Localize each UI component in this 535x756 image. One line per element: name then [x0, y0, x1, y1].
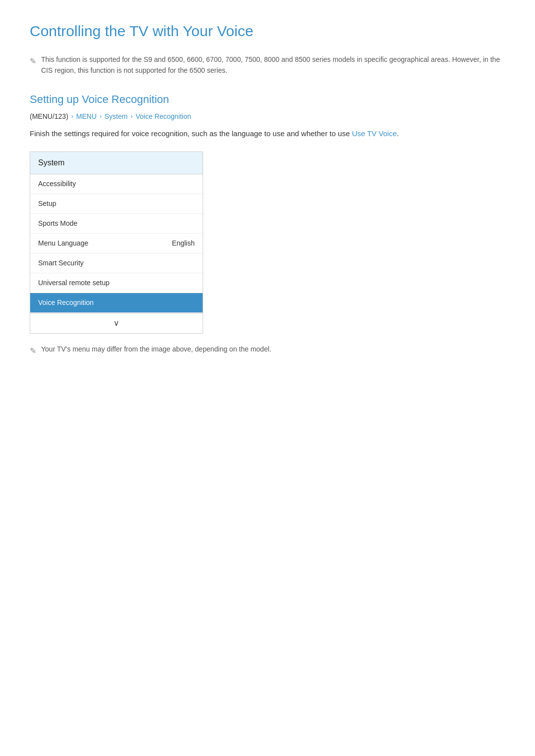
menu-item-accessibility[interactable]: Accessibility	[30, 174, 203, 194]
intro-text: Finish the settings required for voice r…	[30, 128, 505, 140]
menu-item-voice-recognition[interactable]: Voice Recognition	[30, 293, 203, 313]
menu-item-label-accessibility: Accessibility	[38, 179, 76, 189]
intro-text-plain: Finish the settings required for voice r…	[30, 129, 352, 138]
breadcrumb-chevron-1: ›	[71, 112, 73, 121]
menu-scroll-down[interactable]: ∨	[30, 313, 203, 333]
note-block-1: ✎ This function is supported for the S9 …	[30, 54, 505, 76]
menu-item-menu-language[interactable]: Menu Language English	[30, 234, 203, 253]
menu-header: System	[30, 152, 203, 174]
pencil-icon-2: ✎	[30, 345, 36, 357]
menu-item-sports-mode[interactable]: Sports Mode	[30, 214, 203, 234]
menu-item-label-setup: Setup	[38, 199, 56, 209]
pencil-icon-1: ✎	[30, 55, 36, 68]
note-text-2: Your TV's menu may differ from the image…	[41, 344, 271, 354]
breadcrumb-part4: Voice Recognition	[136, 111, 191, 122]
bottom-note-block: ✎ Your TV's menu may differ from the ima…	[30, 344, 505, 357]
breadcrumb-part3: System	[105, 111, 128, 122]
intro-end: .	[397, 129, 399, 138]
breadcrumb-chevron-3: ›	[131, 112, 133, 121]
section-title: Setting up Voice Recognition	[30, 91, 505, 107]
chevron-down-icon: ∨	[113, 319, 119, 327]
breadcrumb-part2: MENU	[76, 111, 97, 122]
menu-item-smart-security[interactable]: Smart Security	[30, 253, 203, 273]
menu-item-label-menu-language: Menu Language	[38, 238, 88, 249]
intro-link[interactable]: Use TV Voice	[352, 129, 397, 138]
note-text-1: This function is supported for the S9 an…	[41, 54, 505, 76]
breadcrumb-chevron-2: ›	[100, 112, 102, 121]
menu-item-value-menu-language: English	[172, 238, 195, 249]
breadcrumb-part1: (MENU/123)	[30, 111, 68, 122]
menu-item-label-voice-recognition: Voice Recognition	[38, 298, 94, 308]
system-menu-box: System Accessibility Setup Sports Mode M…	[30, 151, 203, 334]
breadcrumb: (MENU/123) › MENU › System › Voice Recog…	[30, 111, 505, 122]
menu-item-label-sports-mode: Sports Mode	[38, 218, 77, 229]
menu-item-universal-remote[interactable]: Universal remote setup	[30, 273, 203, 293]
menu-item-label-smart-security: Smart Security	[38, 258, 84, 268]
page-title: Controlling the TV with Your Voice	[30, 20, 505, 42]
menu-item-label-universal-remote: Universal remote setup	[38, 278, 109, 288]
menu-item-setup[interactable]: Setup	[30, 194, 203, 214]
